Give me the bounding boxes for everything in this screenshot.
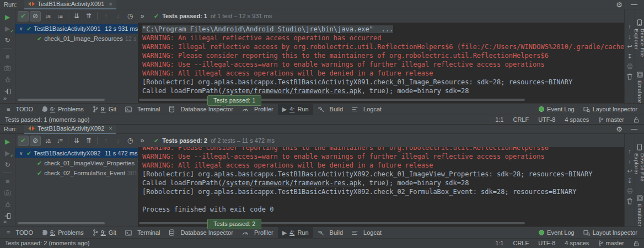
toolbar-more-icon[interactable]: »	[137, 136, 148, 146]
tab-logcat[interactable]: Logcat	[347, 104, 386, 115]
device-file-explorer-icon[interactable]	[637, 19, 642, 26]
show-ignored-button[interactable]: ⊘	[30, 11, 41, 21]
line-ending[interactable]: CRLF	[513, 116, 529, 123]
tab-logcat[interactable]: Logcat	[347, 227, 386, 238]
test-history-button[interactable]: ◷	[125, 136, 136, 146]
toggle-auto-test-icon[interactable]: ↻	[3, 160, 12, 169]
tree-hscrollbar[interactable]	[18, 99, 105, 101]
lock-icon[interactable]	[634, 240, 639, 246]
tab-emulator[interactable]: Emulator	[637, 204, 643, 227]
sort-by-duration-button[interactable]: ↓≡	[54, 136, 65, 146]
tab-git[interactable]: 9: Git	[88, 227, 121, 238]
tab-layout-inspector[interactable]: Layout Inspector	[579, 227, 642, 238]
tab-device-file-explorer[interactable]: Device File Explorer	[634, 153, 644, 181]
previous-occurrence-button[interactable]: ↑	[100, 136, 111, 146]
gear-icon[interactable]: ⚙	[616, 1, 622, 8]
tab-todo[interactable]: ≡TODO	[2, 227, 37, 238]
toolbar-more-icon[interactable]: »	[137, 11, 148, 21]
tree-hscrollbar[interactable]	[18, 222, 105, 224]
show-passed-button[interactable]: ✔	[18, 136, 29, 146]
tab-todo[interactable]: ≡TODO	[2, 104, 37, 115]
run-tab[interactable]: TestB1BasicActivityX092 ×	[24, 125, 116, 134]
screenshot-icon[interactable]	[3, 188, 12, 197]
git-branch-widget[interactable]: master	[598, 240, 624, 246]
file-encoding[interactable]: UTF-8	[538, 116, 555, 123]
next-occurrence-button[interactable]: ↓	[112, 136, 124, 146]
stop-icon[interactable]: ■	[3, 52, 12, 61]
indent-setting[interactable]: 4 spaces	[565, 116, 589, 123]
file-encoding[interactable]: UTF-8	[538, 240, 555, 246]
test-tree-child-row[interactable]: ✔ check_01_ImageView_Properties 11 s 91 …	[15, 158, 138, 168]
tab-run[interactable]: ▶4: Run	[278, 227, 313, 238]
previous-occurrence-button[interactable]: ↑	[100, 11, 111, 21]
sort-alphabetically-button[interactable]: ↓a	[42, 136, 53, 146]
console-output[interactable]: "C:\Program Files\Android\Android Studio…	[138, 23, 624, 96]
tab-problems[interactable]: !6: Problems	[37, 227, 88, 238]
soft-wrap-icon[interactable]: ↩	[627, 168, 632, 174]
run-tab[interactable]: TestB1BasicActivityX091 ×	[24, 0, 116, 9]
show-passed-button[interactable]: ✔	[18, 11, 29, 21]
test-tree-root-row[interactable]: ∨ ✔ TestB1BasicActivityX092 (org.aplas.t…	[15, 148, 138, 158]
more-actions-icon[interactable]: »	[3, 95, 7, 101]
test-history-button[interactable]: ◷	[125, 11, 136, 21]
tab-build[interactable]: Build	[313, 104, 347, 115]
caret-position[interactable]: 1:1	[495, 240, 503, 246]
emulator-icon[interactable]	[637, 195, 643, 201]
tab-problems[interactable]: !6: Problems	[37, 104, 88, 115]
console-file-link[interactable]: /system/framework/framework-res.apk	[222, 87, 362, 95]
scroll-to-end-icon[interactable]: ↧	[627, 53, 632, 60]
more-actions-icon[interactable]: »	[3, 218, 7, 225]
console-file-link[interactable]: /system/framework/framework-res.apk	[222, 179, 362, 187]
indent-setting[interactable]: 4 spaces	[565, 240, 589, 246]
show-ignored-button[interactable]: ⊘	[30, 136, 41, 146]
print-icon[interactable]	[627, 188, 633, 194]
print-icon[interactable]	[627, 63, 633, 69]
tab-git[interactable]: 9: Git	[88, 104, 121, 115]
rerun-failed-tests-icon[interactable]: ▶✔	[3, 24, 12, 33]
test-tree-root-row[interactable]: ∨ ✔ TestB1BasicActivityX091 (org.aplas.t…	[15, 24, 138, 34]
tab-terminal[interactable]: Terminal	[121, 104, 165, 115]
toggle-auto-test-icon[interactable]: ↻	[3, 36, 12, 44]
line-ending[interactable]: CRLF	[513, 240, 529, 246]
sort-by-duration-button[interactable]: ↓≡	[54, 11, 65, 21]
git-branch-widget[interactable]: master	[598, 116, 624, 123]
close-tab-icon[interactable]: ×	[109, 125, 112, 132]
console-hscrollbar[interactable]	[139, 222, 525, 224]
tab-terminal[interactable]: Terminal	[121, 227, 165, 238]
sort-alphabetically-button[interactable]: ↓a	[42, 11, 53, 21]
tab-event-log[interactable]: Event Log	[534, 104, 579, 115]
test-tree-child-row[interactable]: ✔ check_02_FormulaBox_Event 381 ms	[15, 168, 138, 178]
device-file-explorer-icon[interactable]	[637, 144, 642, 150]
attach-debugger-icon[interactable]	[3, 76, 12, 84]
close-tab-icon[interactable]: ×	[109, 1, 112, 7]
rerun-failed-tests-icon[interactable]: ▶✔	[3, 149, 12, 157]
tab-device-file-explorer[interactable]: Device File Explorer	[634, 29, 644, 58]
rerun-icon[interactable]: ▶	[3, 13, 12, 21]
tab-build[interactable]: Build	[313, 227, 347, 238]
console-output[interactable]: WARNING: Please consider reporting this …	[138, 147, 624, 220]
chevron-down-icon[interactable]: ∨	[19, 26, 24, 31]
test-tree-child-row[interactable]: ✔ check_01_Image_Resources 12 s 931 ms	[15, 34, 138, 44]
clear-all-icon[interactable]	[627, 73, 632, 80]
expand-all-button[interactable]: ⇊	[71, 11, 82, 21]
tab-event-log[interactable]: Event Log	[534, 227, 579, 238]
collapse-all-button[interactable]: ⇈	[83, 136, 94, 146]
minimize-icon[interactable]: —	[631, 125, 637, 133]
emulator-icon[interactable]	[637, 72, 643, 78]
clear-all-icon[interactable]	[627, 198, 632, 204]
scroll-down-icon[interactable]: ↓	[628, 34, 631, 40]
screenshot-icon[interactable]	[3, 64, 12, 72]
gear-icon[interactable]: ⚙	[616, 126, 622, 133]
tab-emulator[interactable]: Emulator	[637, 80, 643, 103]
lock-icon[interactable]	[634, 117, 639, 123]
scroll-down-icon[interactable]: ↓	[628, 158, 631, 164]
scroll-to-end-icon[interactable]: ↧	[627, 178, 632, 184]
chevron-down-icon[interactable]: ∨	[19, 150, 24, 156]
tab-run[interactable]: ▶4: Run	[278, 104, 313, 115]
expand-all-button[interactable]: ⇊	[71, 136, 82, 146]
console-hscrollbar[interactable]	[139, 99, 525, 101]
tab-layout-inspector[interactable]: Layout Inspector	[579, 104, 642, 115]
soft-wrap-icon[interactable]: ↩	[627, 44, 632, 50]
show-this-frame-icon[interactable]	[3, 87, 12, 95]
minimize-icon[interactable]: —	[631, 1, 637, 8]
